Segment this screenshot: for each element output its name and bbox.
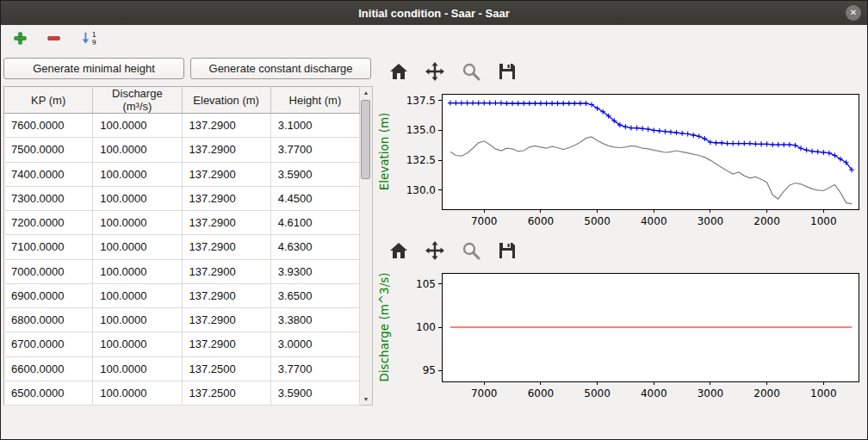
table-cell[interactable]: 4.4500 xyxy=(270,186,359,210)
table-body: 7600.0000100.0000137.29003.10007500.0000… xyxy=(4,114,360,406)
scrollbar-thumb[interactable] xyxy=(361,100,370,179)
table-cell[interactable]: 3.6500 xyxy=(270,283,359,307)
close-button[interactable]: ✕ xyxy=(846,5,861,21)
table-cell[interactable]: 7400.0000 xyxy=(4,162,93,186)
table-cell[interactable]: 6900.0000 xyxy=(4,283,93,307)
save-icon[interactable] xyxy=(497,240,518,261)
column-header[interactable]: Height (m) xyxy=(270,87,359,114)
column-header[interactable]: KP (m) xyxy=(4,87,93,114)
scroll-up-arrow-icon[interactable]: ▲ xyxy=(360,87,372,98)
table-cell[interactable]: 3.3800 xyxy=(270,308,359,332)
svg-text:130.0: 130.0 xyxy=(406,184,436,196)
window-title: Initial condition - Saar - Saar xyxy=(358,7,510,20)
table-cell[interactable]: 137.2900 xyxy=(182,138,270,162)
svg-text:1000: 1000 xyxy=(810,387,837,400)
table-cell[interactable]: 100.0000 xyxy=(93,381,182,405)
table-cell[interactable]: 3.9300 xyxy=(270,259,359,283)
table-cell[interactable]: 100.0000 xyxy=(93,235,182,259)
table-row: 7600.0000100.0000137.29003.1000 xyxy=(4,114,360,138)
table-cell[interactable]: 7100.0000 xyxy=(4,235,93,259)
table-cell[interactable]: 100.0000 xyxy=(93,162,182,186)
table-cell[interactable]: 4.6300 xyxy=(270,235,359,259)
table-cell[interactable]: 100.0000 xyxy=(93,259,182,283)
svg-text:4000: 4000 xyxy=(641,215,667,227)
table-cell[interactable]: 100.0000 xyxy=(93,308,182,332)
table-cell[interactable]: 3.5900 xyxy=(270,381,359,405)
table-row: 6500.0000100.0000137.25003.5900 xyxy=(4,381,360,405)
table-cell[interactable]: 3.7700 xyxy=(270,138,359,162)
table-cell[interactable]: 6600.0000 xyxy=(4,356,93,381)
zoom-icon[interactable] xyxy=(461,61,481,82)
svg-text:9: 9 xyxy=(92,38,96,45)
elevation-chart[interactable]: 7000600050004000300020001000130.0132.513… xyxy=(375,87,867,233)
table-cell[interactable]: 137.2500 xyxy=(182,356,270,381)
table-cell[interactable]: 7300.0000 xyxy=(4,186,93,210)
table-row: 7500.0000100.0000137.29003.7700 xyxy=(4,138,360,162)
zoom-icon[interactable] xyxy=(461,240,481,261)
vertical-scrollbar[interactable]: ▲ ▼ xyxy=(360,86,373,406)
table-cell[interactable]: 137.2900 xyxy=(182,114,270,138)
table-cell[interactable]: 137.2900 xyxy=(182,332,270,356)
table-row: 7400.0000100.0000137.29003.5900 xyxy=(4,162,360,186)
table-cell[interactable]: 137.2900 xyxy=(182,211,270,235)
table-cell[interactable]: 100.0000 xyxy=(93,356,182,381)
table-cell[interactable]: 137.2500 xyxy=(182,381,270,405)
table-cell[interactable]: 7200.0000 xyxy=(4,211,93,235)
table-cell[interactable]: 3.5900 xyxy=(270,162,359,186)
svg-text:2000: 2000 xyxy=(753,387,780,400)
svg-text:2000: 2000 xyxy=(753,215,780,227)
table-cell[interactable]: 7500.0000 xyxy=(4,138,93,162)
svg-text:6000: 6000 xyxy=(528,215,555,227)
table-cell[interactable]: 6700.0000 xyxy=(4,332,93,356)
table-cell[interactable]: 137.2900 xyxy=(182,186,270,210)
svg-text:1000: 1000 xyxy=(810,215,837,227)
table-cell[interactable]: 4.6100 xyxy=(270,211,359,235)
discharge-chart[interactable]: 700060005000400030002000100095100105Disc… xyxy=(375,266,867,406)
table-cell[interactable]: 3.1000 xyxy=(270,114,359,138)
table-cell[interactable]: 137.2900 xyxy=(182,308,270,332)
table-cell[interactable]: 7000.0000 xyxy=(4,259,93,283)
pan-icon[interactable] xyxy=(425,240,445,261)
kp-table: KP (m)Discharge (m³/s)Elevation (m)Heigh… xyxy=(3,86,360,406)
table-cell[interactable]: 6500.0000 xyxy=(4,381,93,405)
svg-text:7000: 7000 xyxy=(471,387,498,400)
pan-icon[interactable] xyxy=(425,61,445,82)
save-icon[interactable] xyxy=(497,61,518,82)
elevation-plot-toolbar xyxy=(375,58,867,87)
table-cell[interactable]: 100.0000 xyxy=(93,332,182,356)
sort-rows-icon[interactable]: 1 9 xyxy=(80,31,98,46)
table-cell[interactable]: 137.2900 xyxy=(182,283,270,307)
generate-buttons-row: Generate minimal height Generate constan… xyxy=(3,58,371,79)
table-cell[interactable]: 100.0000 xyxy=(93,114,182,138)
svg-text:5000: 5000 xyxy=(584,387,611,400)
table-cell[interactable]: 137.2900 xyxy=(182,259,270,283)
main-toolbar: 1 9 xyxy=(1,25,867,51)
table-cell[interactable]: 137.2900 xyxy=(182,235,270,259)
home-icon[interactable] xyxy=(388,61,409,82)
table-cell[interactable]: 100.0000 xyxy=(93,283,182,307)
generate-constant-discharge-button[interactable]: Generate constant discharge xyxy=(190,58,371,79)
table-cell[interactable]: 100.0000 xyxy=(93,138,182,162)
svg-text:95: 95 xyxy=(423,364,436,376)
table-cell[interactable]: 100.0000 xyxy=(93,211,182,235)
column-header[interactable]: Discharge (m³/s) xyxy=(93,87,182,114)
table-row: 6700.0000100.0000137.29003.0000 xyxy=(4,332,360,356)
svg-text:105: 105 xyxy=(416,278,436,290)
table-row: 6600.0000100.0000137.25003.7700 xyxy=(4,356,360,381)
svg-text:Discharge (m^3/s): Discharge (m^3/s) xyxy=(377,272,391,381)
generate-minimal-height-button[interactable]: Generate minimal height xyxy=(3,58,184,79)
table-row: 6800.0000100.0000137.29003.3800 xyxy=(4,308,360,332)
svg-text:Elevation (m): Elevation (m) xyxy=(377,113,391,191)
table-cell[interactable]: 7600.0000 xyxy=(4,114,93,138)
titlebar[interactable]: Initial condition - Saar - Saar ✕ xyxy=(1,1,867,25)
table-cell[interactable]: 137.2900 xyxy=(182,162,270,186)
home-icon[interactable] xyxy=(388,240,409,261)
table-cell[interactable]: 100.0000 xyxy=(93,186,182,210)
add-row-icon[interactable] xyxy=(13,31,28,46)
column-header[interactable]: Elevation (m) xyxy=(182,87,270,114)
remove-row-icon[interactable] xyxy=(46,31,61,46)
table-cell[interactable]: 3.7700 xyxy=(270,356,359,381)
scroll-down-arrow-icon[interactable]: ▼ xyxy=(360,394,372,405)
table-cell[interactable]: 6800.0000 xyxy=(4,308,93,332)
table-cell[interactable]: 3.0000 xyxy=(270,332,359,356)
